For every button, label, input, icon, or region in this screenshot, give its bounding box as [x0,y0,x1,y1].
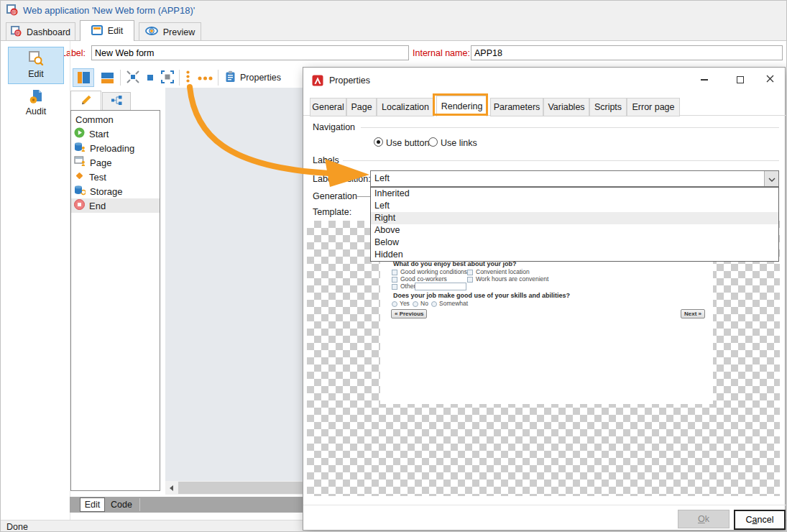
fit-brackets-icon [161,70,174,86]
svg-text:@: @ [11,9,17,15]
diamond-icon [74,170,85,183]
dialog-tab-variables[interactable]: Variables [543,98,589,116]
palette-item-label: Start [89,129,109,139]
preview-question-2: Does your job make good use of your skil… [393,292,570,299]
canvas-horizontal-scrollbar[interactable] [165,481,303,495]
sidebar-edit-label: Edit [9,69,63,79]
combobox-dropdown-button[interactable] [764,171,778,186]
properties-dialog: Properties General Page Localization Ren… [303,67,786,531]
preview-radio [431,301,437,307]
preview-previous-button: « Previous [391,309,427,318]
option-right[interactable]: Right [371,212,778,224]
palette-tab-components[interactable] [70,91,101,110]
maximize-button[interactable] [724,68,756,92]
properties-toolbar-label: Properties [240,73,281,83]
bottom-tab-divider [139,498,140,511]
horizontal-dots-icon [198,73,213,83]
use-buttons-radio[interactable] [374,137,383,147]
palette-item-page[interactable]: Page [71,155,160,170]
zoom-selection-button[interactable] [158,68,177,87]
palette-group-header: Common [71,112,160,127]
layout-vertical-icon [78,72,90,83]
status-text: Done [6,522,28,532]
dialog-tab-general[interactable]: General [310,98,346,116]
option-above[interactable]: Above [371,224,778,237]
database-refresh-icon [74,185,86,198]
internal-name-input[interactable] [471,45,783,60]
bottom-tab-edit[interactable]: Edit [80,497,105,512]
chevron-down-icon [768,174,776,184]
close-button[interactable] [754,68,786,92]
preview-checkbox [392,277,397,283]
sidebar-audit-label: Audit [8,106,64,116]
sidebar-item-edit[interactable]: Edit [8,47,64,84]
option-inherited[interactable]: Inherited [371,188,778,200]
option-hidden[interactable]: Hidden [371,249,778,261]
preview-radio-label: Somewhat [439,300,468,307]
dialog-tab-parameters[interactable]: Parameters [490,98,543,116]
ok-button[interactable]: Ok [678,510,730,528]
preview-checkbox [467,277,473,283]
group-line [356,196,370,197]
pencil-icon [80,93,93,109]
expand-arrows-icon [126,70,139,86]
preview-checkbox [392,284,397,290]
cancel-button[interactable]: Cancel [734,510,786,530]
palette-item-label: Storage [90,186,123,197]
sidebar-item-audit[interactable]: Audit [8,88,64,121]
preview-checkbox-label: Good co-workers [400,275,447,283]
component-palette-list: Common Start Preloading Page Test Storag… [70,110,160,491]
bottom-tab-bar: Edit Code [70,497,303,513]
zoom-fit-button[interactable] [124,68,142,87]
palette-item-test[interactable]: Test [71,170,160,184]
dialog-tab-rendering[interactable]: Rendering [436,96,487,116]
layout-vertical-button[interactable] [73,68,94,87]
design-canvas[interactable] [165,88,303,481]
zoom-actual-button[interactable] [144,68,157,87]
preview-checkbox-label: Work hours are convenient [476,275,548,283]
dialog-app-icon [312,75,323,88]
group-labels-label: Labels [313,155,339,165]
vertical-dots-icon [186,70,190,85]
tab-preview[interactable]: Preview [139,22,201,41]
option-below[interactable]: Below [371,237,778,249]
palette-item-end[interactable]: End [71,198,160,213]
scroll-left-button[interactable] [165,481,178,495]
eye-icon [145,27,158,37]
vertical-dots-button[interactable] [182,68,193,87]
dialog-title: Properties [329,75,370,86]
dialog-tab-page[interactable]: Page [346,98,377,116]
bottom-tab-code[interactable]: Code [107,497,136,512]
label-input[interactable] [91,45,409,60]
palette-tab-structure[interactable] [102,92,131,110]
palette-item-start[interactable]: Start [71,127,160,141]
palette-item-preloading[interactable]: Preloading [71,141,160,155]
layout-horizontal-button[interactable] [97,68,117,87]
window-title: Web application 'New Web form (APP18)' [23,5,195,16]
tab-edit[interactable]: Edit [80,20,134,41]
tab-dashboard[interactable]: @ Dashboard [6,22,75,41]
group-generation-label: Generation [313,191,357,201]
label-caption: Label: [61,48,86,58]
use-links-radio[interactable] [428,137,438,147]
dialog-tab-scripts[interactable]: Scripts [589,98,627,116]
dashboard-icon: @ [11,26,22,39]
option-left[interactable]: Left [371,200,778,212]
group-navigation-label: Navigation [313,122,355,132]
use-links-label: Use links [441,138,477,148]
properties-toolbar-button[interactable]: Properties [222,68,284,87]
dialog-tab-localization[interactable]: Localization [377,98,434,116]
scrollbar-thumb[interactable] [178,482,303,494]
toolbar-separator [120,70,121,86]
dialog-tab-error-page[interactable]: Error page [627,98,680,116]
horizontal-dots-button[interactable] [195,68,215,87]
template-preview-area: What do you enjoy best about your job? G… [307,221,780,496]
preview-checkbox [392,270,397,275]
label-position-combobox[interactable]: Left [370,170,779,187]
preview-next-button: Next » [681,309,705,318]
scroll-left-icon [170,485,173,491]
tab-edit-label: Edit [108,26,124,36]
palette-item-storage[interactable]: Storage [71,184,160,198]
tab-preview-label: Preview [163,27,195,37]
minimize-button[interactable] [688,68,720,92]
